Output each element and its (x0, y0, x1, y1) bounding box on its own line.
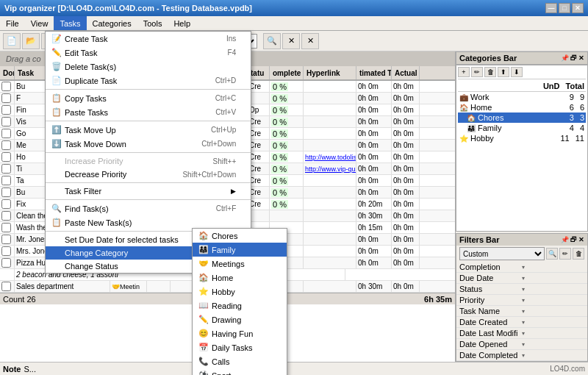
logo-watermark: LO4D.com (550, 365, 585, 373)
categories-bar-title: Categories Bar 📌 🗗 ✕ (456, 51, 588, 65)
note-label: Note (3, 365, 21, 374)
tb-open[interactable]: 📂 (22, 33, 40, 49)
menu-view[interactable]: View (25, 16, 54, 30)
ctx-move-down[interactable]: ⬇️Task Move DownCtrl+Down (46, 137, 251, 151)
tb-new[interactable]: 📄 (3, 33, 21, 49)
right-panel: Categories Bar 📌 🗗 ✕ + ✏ 🗑 ⬆ ⬇ UnD Total… (456, 51, 588, 362)
tb-search[interactable]: 🔍 (263, 33, 281, 49)
family-icon: 👨‍👩‍👧 (467, 124, 476, 132)
filter-datecreated[interactable]: Date Created▾ (456, 317, 587, 328)
ctx-create-task[interactable]: 📝Create TaskIns (46, 32, 251, 46)
filter-dateopened[interactable]: Date Opened▾ (456, 339, 587, 350)
sub-hobby[interactable]: ⭐Hobby (193, 285, 287, 299)
filter-restore-icon[interactable]: 🗗 (570, 236, 577, 243)
tb-icon-x[interactable]: ✕ (282, 33, 300, 49)
menu-categories[interactable]: Categories (87, 16, 137, 30)
cat-del-btn[interactable]: 🗑 (484, 67, 496, 77)
col-header-estimated[interactable]: timated Ti (356, 66, 392, 79)
cat-item-work[interactable]: 💼 Work 99 (458, 92, 586, 102)
chores-icon: 🏠 (467, 114, 476, 122)
col-header-done[interactable]: Done (0, 66, 15, 79)
filter-completion[interactable]: Completion▾ (456, 262, 587, 273)
title-text: Vip organizer [D:\LO4D.com\LO4D.com - Te… (4, 4, 252, 12)
filter-search-icon[interactable]: 🔍 (546, 248, 558, 260)
col-header-complete[interactable]: omplete (270, 66, 304, 79)
title-bar: Vip organizer [D:\LO4D.com\LO4D.com - Te… (0, 0, 588, 16)
filters-bar: Filters Bar 📌 🗗 ✕ Custom 🔍 ✏ 🗑 Completio… (456, 233, 588, 362)
ctx-increase-priority[interactable]: Increase PriorityShift++ (46, 154, 251, 168)
ctx-paste-tasks[interactable]: 📋Paste TasksCtrl+V (46, 105, 251, 119)
filter-duedate[interactable]: Due Date▾ (456, 273, 587, 284)
menu-tools[interactable]: Tools (137, 16, 168, 30)
cat-item-family[interactable]: 👨‍👩‍👧 Family 44 (458, 123, 586, 133)
hobby-icon: ⭐ (459, 135, 468, 143)
filter-taskname[interactable]: Task Name▾ (456, 306, 587, 317)
sub-chores[interactable]: 🏠Chores (193, 229, 287, 243)
cat-item-hobby[interactable]: ⭐ Hobby 1111 (458, 133, 586, 143)
cat-down-btn[interactable]: ⬇ (511, 67, 523, 77)
ctx-find-tasks[interactable]: 🔍Find Task(s)Ctrl+F (46, 201, 251, 215)
sub-daily-tasks[interactable]: 📅Daily Tasks (193, 340, 287, 354)
cat-edit-btn[interactable]: ✏ (471, 67, 483, 77)
cat-item-home[interactable]: 🏠 Home 66 (458, 102, 586, 113)
category-tree: + ✏ 🗑 ⬆ ⬇ UnD Total 💼 Work 99 🏠 Home 66 (456, 65, 588, 232)
filter-bar-title: Filters Bar 📌 🗗 ✕ (456, 234, 587, 246)
menu-bar: File View Tasks Categories Tools Help (0, 16, 588, 31)
menu-tasks[interactable]: Tasks (54, 16, 86, 30)
tb-icon-x2[interactable]: ✕ (301, 33, 319, 49)
filter-datecompleted[interactable]: Date Completed▾ (456, 350, 587, 361)
ctx-move-up[interactable]: ⬆️Task Move UpCtrl+Up (46, 123, 251, 137)
cat-add-btn[interactable]: + (458, 67, 470, 77)
ctx-duplicate-task[interactable]: 📄Duplicate TaskCtrl+D (46, 74, 251, 88)
ctx-decrease-priority[interactable]: Decrease PriorityShift+Ctrl+Down (46, 168, 251, 181)
work-icon: 💼 (459, 93, 468, 101)
ctx-delete-task[interactable]: 🗑️Delete Task(s) (46, 60, 251, 74)
filter-edit-icon[interactable]: ✏ (559, 248, 571, 260)
maximize-button[interactable]: □ (559, 3, 570, 13)
filter-close-icon[interactable]: ✕ (578, 236, 584, 243)
col-header-hyperlink[interactable]: Hyperlink (304, 66, 356, 79)
cat-item-chores[interactable]: 🏠 Chores 33 (458, 113, 586, 123)
change-category-submenu: 🏠Chores 👨‍👩‍👧Family 🤝Meetings 🏠Home ⭐Hob… (192, 228, 287, 375)
panel-restore-icon[interactable]: 🗗 (570, 54, 577, 62)
sub-home[interactable]: 🏠Home (193, 271, 287, 285)
close-button[interactable]: ✕ (572, 3, 584, 13)
filter-priority[interactable]: Priority▾ (456, 295, 587, 306)
home-icon: 🏠 (459, 104, 468, 112)
panel-close-icon[interactable]: ✕ (578, 54, 584, 62)
filter-status[interactable]: Status▾ (456, 284, 587, 295)
title-bar-buttons[interactable]: — □ ✕ (545, 3, 584, 13)
filter-datelastmod[interactable]: Date Last Modifi▾ (456, 328, 587, 339)
filter-del-icon[interactable]: 🗑 (573, 248, 584, 260)
note-bar: Note S... LO4D.com (0, 362, 588, 375)
sub-meetings[interactable]: 🤝Meetings (193, 257, 287, 271)
ctx-copy-tasks[interactable]: 📋Copy TasksCtrl+C (46, 91, 251, 105)
minimize-button[interactable]: — (545, 3, 557, 13)
sub-reading[interactable]: 📖Reading (193, 299, 287, 312)
filter-pin-icon[interactable]: 📌 (561, 236, 569, 243)
menu-help[interactable]: Help (168, 16, 196, 30)
col-header-actual[interactable]: Actual (392, 66, 420, 79)
ctx-task-filter[interactable]: Task Filter▶ (46, 185, 251, 198)
sub-family[interactable]: 👨‍👩‍👧Family (193, 243, 287, 257)
cat-up-btn[interactable]: ⬆ (498, 67, 509, 77)
ctx-edit-task[interactable]: ✏️Edit TaskF4 (46, 46, 251, 60)
panel-icons[interactable]: 📌 🗗 ✕ (561, 54, 584, 62)
sub-having-fun[interactable]: 😊Having Fun (193, 326, 287, 340)
menu-file[interactable]: File (0, 16, 25, 30)
cat-col-headers: UnD Total (458, 81, 586, 92)
filter-custom-row: Custom 🔍 ✏ 🗑 (456, 246, 587, 262)
sub-sport[interactable]: ⚽Sport (193, 368, 287, 375)
panel-pin-icon[interactable]: 📌 (561, 54, 569, 62)
sub-calls[interactable]: 📞Calls (193, 354, 287, 368)
note-value: S... (24, 365, 36, 374)
filter-preset-select[interactable]: Custom (459, 247, 545, 260)
sub-drawing[interactable]: ✏️Drawing (193, 312, 287, 326)
